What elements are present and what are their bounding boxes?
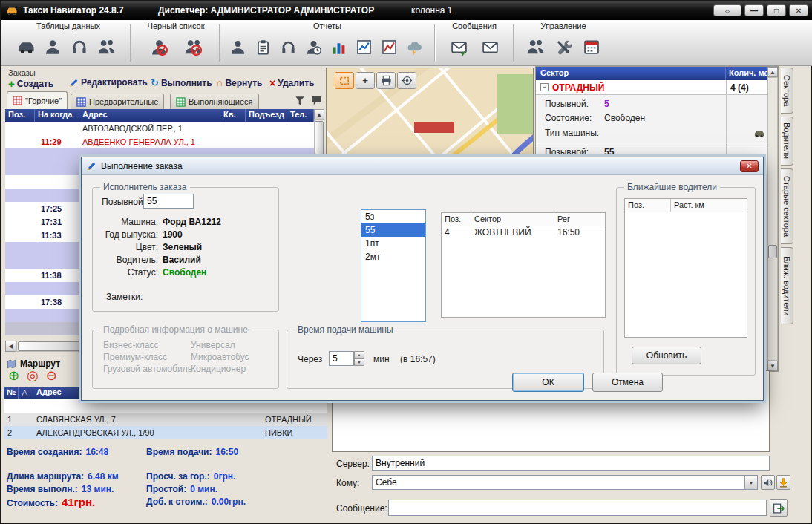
map-gps-button[interactable] (397, 72, 416, 89)
scroll-up-button[interactable]: ▲ (767, 67, 778, 77)
drivers-table-button[interactable] (39, 33, 66, 61)
spin-down-button[interactable]: ▼ (354, 358, 364, 366)
orders-report-button[interactable] (250, 33, 275, 61)
scroll-thumb[interactable] (18, 341, 88, 351)
col-sort[interactable]: △ (19, 387, 33, 399)
map-select-tool-button[interactable] (335, 72, 354, 89)
callsign-list-item[interactable]: 5з (361, 210, 425, 223)
add-route-point-button[interactable]: ⊕ (8, 369, 19, 382)
chat-button[interactable] (310, 94, 323, 107)
col-position[interactable]: Поз. (442, 213, 471, 226)
minutes-stepper[interactable]: ▲ ▼ (329, 351, 364, 366)
remove-route-point-button[interactable]: ⊖ (46, 369, 57, 382)
col-distance[interactable]: Раст. км (671, 199, 747, 212)
dialog-close-button[interactable]: ✕ (740, 160, 759, 172)
messages-button[interactable] (477, 33, 503, 61)
ok-button[interactable]: ОК (512, 373, 584, 392)
graph-report-button[interactable] (376, 33, 402, 61)
side-tab[interactable]: Ближ. водители (781, 247, 793, 324)
spin-up-button[interactable]: ▲ (354, 351, 364, 358)
delete-order-button[interactable]: ×Удалить (269, 77, 314, 89)
minimize-button[interactable]: — (744, 4, 764, 16)
sector-group-row[interactable]: − ОТРАДНЫЙ 4 (4) (536, 80, 778, 95)
col-sector[interactable]: Сектор (471, 213, 554, 226)
order-row[interactable]: АВТОЗАВОДСКОЙ ПЕР., 1 (5, 122, 314, 135)
sectors-vertical-scrollbar[interactable]: ▲ ▼ (767, 67, 778, 371)
sector-driver-row[interactable]: 4 ЖОВТНЕВИЙ 16:50 (442, 226, 605, 240)
scroll-thumb[interactable] (315, 121, 324, 155)
col-apartment[interactable]: Кв. (220, 109, 246, 122)
route-row[interactable] (4, 399, 327, 413)
tab-executing-orders[interactable]: Выполняющиеся (170, 94, 259, 109)
callsign-listbox[interactable]: 5з551пт2мт (361, 209, 426, 322)
order-row[interactable]: 11:29 АВДЕЕНКО ГЕНЕРАЛА УЛ., 1 (5, 135, 314, 148)
map-zoom-in-button[interactable]: + (356, 72, 375, 89)
col-address[interactable]: Адрес (79, 109, 220, 122)
dialog-title-bar[interactable]: Выполнение заказа ✕ (82, 157, 763, 175)
maximize-button[interactable]: □ (767, 4, 786, 16)
to-select[interactable]: Себе ▼ (372, 475, 758, 490)
col-sector[interactable]: Сектор (536, 67, 726, 80)
receive-messages-button[interactable] (776, 475, 790, 490)
clients-table-button[interactable] (93, 33, 119, 61)
minutes-input[interactable] (329, 351, 354, 366)
tab-hot-orders[interactable]: "Горячие" (7, 91, 68, 109)
filter-button[interactable] (293, 94, 307, 107)
settings-button[interactable] (550, 33, 577, 61)
scroll-track[interactable] (767, 77, 778, 361)
drivers-report-button[interactable] (225, 33, 250, 61)
tab-preliminary-orders[interactable]: Предварительные (71, 94, 164, 109)
scroll-up-button[interactable]: ▲ (314, 109, 324, 119)
execute-order-button[interactable]: ↻Выполнить (151, 77, 212, 88)
create-order-button[interactable]: +Создать (8, 77, 53, 90)
col-reg[interactable]: Рег (554, 213, 605, 226)
cancel-button[interactable]: Отмена (592, 373, 663, 392)
server-input[interactable] (372, 456, 770, 471)
operators-table-button[interactable] (66, 33, 93, 61)
refresh-drivers-button[interactable]: Обновить (632, 347, 701, 364)
scroll-down-button[interactable]: ▼ (767, 361, 778, 371)
side-tab[interactable]: Водители (781, 117, 793, 166)
col-car-count[interactable]: Колич. маш (726, 67, 767, 80)
return-order-button[interactable]: ∩Вернуть (216, 77, 262, 88)
center-route-point-button[interactable]: ◎ (27, 369, 39, 382)
shifts-report-button[interactable] (301, 33, 326, 61)
cars-table-button[interactable] (13, 33, 39, 61)
voice-message-button[interactable] (761, 475, 775, 490)
col-position[interactable]: Поз. (5, 109, 35, 122)
collapse-icon[interactable]: − (540, 83, 549, 91)
close-button[interactable]: ✕ (789, 4, 808, 16)
blacklist-clients-button[interactable] (180, 33, 206, 61)
col-position[interactable]: Поз. (625, 199, 671, 212)
edit-order-button[interactable]: Редактировать (69, 77, 148, 88)
nearest-drivers-table[interactable]: Поз. Раст. км (624, 198, 747, 338)
blacklist-drivers-button[interactable] (145, 33, 172, 61)
col-phone[interactable]: Тел. (287, 109, 314, 122)
statistics-button[interactable] (326, 33, 351, 61)
callsign-list-item[interactable]: 55 (361, 223, 425, 237)
message-input[interactable] (388, 500, 767, 516)
map-print-button[interactable] (376, 72, 396, 89)
callsign-list-item[interactable]: 2мт (361, 250, 425, 263)
side-tab[interactable]: Старые сектора (781, 168, 793, 244)
side-tab[interactable]: Сектора (781, 68, 793, 114)
weather-button[interactable] (402, 33, 427, 61)
scroll-thumb[interactable] (768, 245, 777, 258)
staff-button[interactable] (522, 33, 549, 61)
operators-report-button[interactable] (275, 33, 301, 61)
dropdown-arrow-icon[interactable]: ▼ (744, 476, 757, 489)
scroll-left-button[interactable]: ◀ (5, 341, 16, 352)
callsign-list-item[interactable]: 1пт (361, 237, 425, 250)
callsign-input[interactable] (143, 194, 194, 209)
route-row[interactable]: 2 АЛЕКСАНДРОВСКАЯ УЛ., 1/90 НИВКИ (4, 426, 327, 439)
driver-card[interactable]: Позывной:5 Состояние:Свободен Тип машины… (536, 95, 778, 143)
send-button[interactable] (770, 499, 788, 517)
col-when[interactable]: На когда (35, 109, 79, 122)
send-message-button[interactable] (445, 33, 472, 61)
schedule-button[interactable] (578, 33, 605, 61)
col-entrance[interactable]: Подъезд (246, 109, 287, 122)
chart-report-button[interactable] (351, 33, 376, 61)
swap-window-button[interactable]: ⇔ (713, 4, 741, 16)
route-row[interactable]: 1 СЛАВЯНСКАЯ УЛ., 7 ОТРАДНЫЙ (4, 413, 327, 426)
sector-drivers-table[interactable]: Поз. Сектор Рег 4 ЖОВТНЕВИЙ 16:50 (441, 212, 606, 318)
